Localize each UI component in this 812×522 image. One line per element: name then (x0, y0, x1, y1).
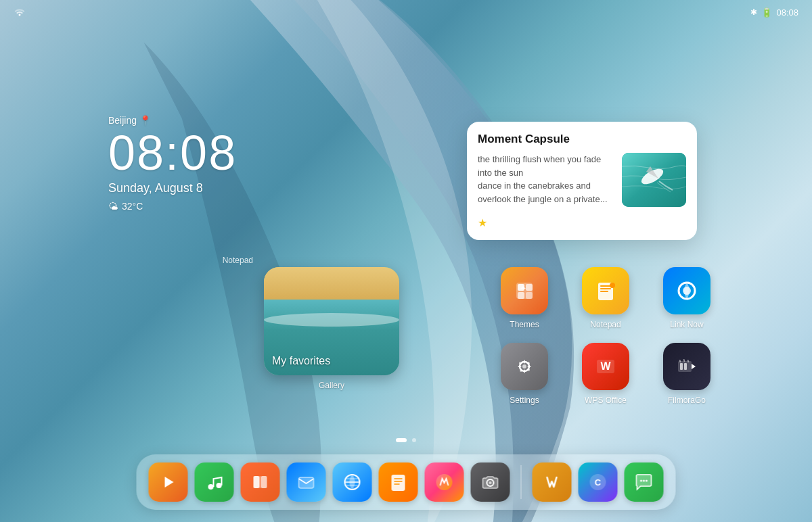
moment-capsule-body: the thrilling flush when you fade into t… (478, 153, 686, 207)
svg-rect-11 (600, 291, 608, 292)
dock-video[interactable] (149, 462, 188, 502)
app-item-themes[interactable]: Themes (494, 267, 555, 329)
svg-rect-10 (600, 288, 611, 289)
clock-widget: Beijing 📍 08:08 Sunday, August 8 🌤 32°C (108, 115, 237, 212)
gallery-app-label: Gallery (319, 381, 344, 390)
moment-capsule-text: the thrilling flush when you fade into t… (478, 153, 614, 207)
page-dots (396, 438, 416, 442)
app-item-wps[interactable]: W WPS Office (575, 343, 636, 405)
dot-1[interactable] (396, 438, 407, 442)
moment-capsule-widget[interactable]: Moment Capsule the thrilling flush when … (467, 122, 697, 240)
temperature: 32°C (122, 201, 143, 212)
settings-icon (501, 343, 548, 390)
dock-books[interactable] (241, 462, 280, 502)
bluetooth-icon: ✱ (750, 7, 757, 17)
app-item-linknow[interactable]: Link Now (656, 267, 717, 329)
notepad-widget-label: Notepad (223, 256, 253, 265)
wifi-icon (14, 7, 26, 18)
svg-text:W: W (600, 360, 611, 372)
app-item-filmorago[interactable]: FilmoraGo (656, 343, 717, 405)
filmorago-icon (663, 343, 710, 390)
dock-notes[interactable] (379, 462, 418, 502)
svg-point-43 (489, 481, 492, 484)
gallery-folder[interactable]: My favorites Gallery (264, 267, 399, 390)
dock-canva[interactable]: C (579, 462, 618, 502)
status-right: ✱ 🔋 08:08 (750, 7, 798, 18)
status-time: 08:08 (776, 7, 798, 18)
dock-browser[interactable] (333, 462, 372, 502)
gallery-folder-icon: My favorites (264, 267, 399, 375)
svg-rect-31 (299, 477, 314, 488)
svg-marker-25 (165, 477, 174, 488)
svg-rect-5 (526, 284, 533, 291)
wps-label: WPS Office (585, 396, 627, 405)
notepad-icon (582, 267, 629, 314)
clock-time: 08:08 (108, 128, 237, 177)
moment-star: ★ (478, 216, 686, 229)
status-bar: ✱ 🔋 08:08 (0, 0, 812, 24)
svg-rect-28 (254, 476, 260, 488)
linknow-label: Link Now (670, 320, 703, 329)
svg-point-46 (640, 480, 642, 482)
wave-overlay (0, 0, 812, 522)
dock-message[interactable] (625, 462, 664, 502)
notepad-label-text: Notepad (590, 320, 621, 329)
wps-icon: W (582, 343, 629, 390)
themes-icon (501, 267, 548, 314)
svg-point-12 (610, 283, 615, 288)
weather-icon: 🌤 (108, 201, 118, 212)
svg-rect-29 (261, 476, 267, 488)
dot-2[interactable] (412, 438, 416, 442)
svg-rect-21 (684, 363, 687, 370)
clock-location: Beijing 📍 (108, 115, 237, 126)
filmorago-label: FilmoraGo (668, 396, 706, 405)
app-item-settings[interactable]: Settings (494, 343, 555, 405)
battery-icon: 🔋 (761, 7, 772, 18)
dock-mail[interactable] (287, 462, 326, 502)
dock-highlights[interactable] (425, 462, 464, 502)
svg-rect-7 (526, 292, 533, 299)
svg-rect-9 (600, 285, 611, 287)
clock-date: Sunday, August 8 (108, 181, 237, 195)
gallery-folder-label: My favorites (272, 355, 330, 367)
svg-point-27 (217, 483, 222, 488)
dock-wps-pinned[interactable] (533, 462, 572, 502)
moment-capsule-image (622, 153, 686, 207)
svg-point-48 (646, 480, 648, 482)
app-item-notepad[interactable]: Notepad (575, 267, 636, 329)
svg-rect-20 (680, 363, 683, 370)
dock-divider (521, 465, 522, 499)
svg-rect-37 (392, 475, 405, 491)
svg-text:C: C (595, 477, 602, 488)
svg-point-47 (643, 480, 645, 482)
settings-label: Settings (510, 396, 539, 405)
app-grid: Themes Notepad Link Now (494, 267, 717, 405)
dock-music[interactable] (195, 462, 234, 502)
themes-label: Themes (510, 320, 539, 329)
svg-point-16 (522, 364, 526, 369)
svg-point-26 (208, 484, 214, 490)
moment-capsule-title: Moment Capsule (478, 133, 686, 146)
clock-weather: 🌤 32°C (108, 201, 237, 212)
dock-camera[interactable] (471, 462, 510, 502)
svg-rect-6 (518, 292, 524, 299)
linknow-icon (663, 267, 710, 314)
dock: C (137, 454, 676, 510)
